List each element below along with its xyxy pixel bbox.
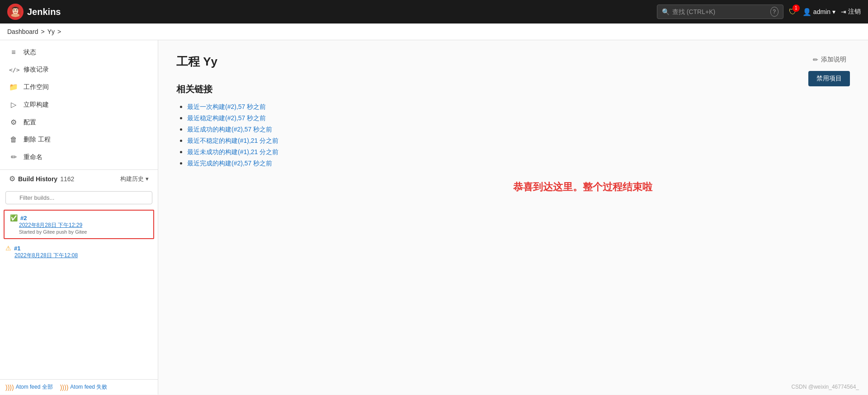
user-icon: 👤 (802, 8, 811, 16)
build-history-title-wrap: ⚙ Build History 1162 (9, 174, 117, 183)
layout: ≡ 状态 </> 修改记录 📁 工作空间 ▷ 立即构建 ⚙ 配置 🗑 删除 工程 (0, 40, 868, 395)
search-icon: 🔍 (662, 8, 670, 15)
build-number-1: #1 (14, 245, 20, 252)
sidebar-item-label-changes: 修改记录 (24, 66, 49, 74)
list-item-1: 最近稳定构建(#2),57 秒之前 (187, 114, 850, 122)
list-item-2: 最近成功的构建(#2),57 秒之前 (187, 125, 850, 134)
sidebar-item-delete[interactable]: 🗑 删除 工程 (0, 131, 158, 148)
link-2[interactable]: 最近成功的构建(#2),57 秒之前 (187, 126, 272, 133)
sidebar-item-label-configure: 配置 (24, 118, 36, 127)
breadcrumb-dashboard[interactable]: Dashboard (7, 28, 38, 35)
jenkins-logo[interactable]: Jenkins (7, 4, 61, 20)
disable-project-label: 禁用项目 (816, 75, 842, 82)
sidebar-item-configure[interactable]: ⚙ 配置 (0, 113, 158, 131)
breadcrumb: Dashboard > Yy > (0, 24, 868, 40)
related-links-title: 相关链接 (176, 83, 850, 95)
link-0[interactable]: 最近一次构建(#2),57 秒之前 (187, 103, 266, 110)
svg-point-4 (16, 9, 17, 10)
csdn-watermark: CSDN @weixin_46774564_ (791, 384, 859, 390)
related-links-list: 最近一次构建(#2),57 秒之前 最近稳定构建(#2),57 秒之前 最近成功… (176, 103, 850, 168)
build-item-1-header: ⚠ #1 (5, 245, 152, 252)
sidebar: ≡ 状态 </> 修改记录 📁 工作空间 ▷ 立即构建 ⚙ 配置 🗑 删除 工程 (0, 40, 158, 395)
build-date-1[interactable]: 2022年8月28日 下午12:08 (5, 252, 152, 259)
logout-button[interactable]: ⇥ 注销 (841, 8, 861, 16)
filter-wrap: 🔍 (0, 188, 158, 208)
logout-label: 注销 (848, 8, 861, 16)
disable-project-button[interactable]: 禁用项目 (808, 71, 850, 86)
logo-icon (7, 4, 24, 20)
link-1[interactable]: 最近稳定构建(#2),57 秒之前 (187, 114, 266, 122)
trash-icon: 🗑 (9, 136, 18, 144)
build-history-header: ⚙ Build History 1162 构建历史 ▾ (0, 169, 158, 188)
atom-feed-all-label: Atom feed 全部 (16, 383, 53, 391)
user-chevron-icon: ▾ (832, 8, 835, 15)
sidebar-item-label-delete: 删除 工程 (24, 136, 51, 144)
build-success-icon-2: ✅ (10, 214, 18, 221)
link-4[interactable]: 最近未成功的构建(#1),21 分之前 (187, 148, 278, 155)
build-item-2[interactable]: ✅ #2 2022年8月28日 下午12:29 Started by Gitee… (4, 210, 154, 239)
build-history-count: 1162 (60, 175, 74, 183)
sidebar-item-rename[interactable]: ✏ 重命名 (0, 148, 158, 166)
sidebar-nav: ≡ 状态 </> 修改记录 📁 工作空间 ▷ 立即构建 ⚙ 配置 🗑 删除 工程 (0, 40, 158, 169)
atom-feed-failures[interactable]: )))) Atom feed 失败 (60, 383, 108, 391)
status-icon: ≡ (9, 48, 18, 56)
build-item-1[interactable]: ⚠ #1 2022年8月28日 下午12:08 (0, 241, 158, 263)
build-warning-icon-1: ⚠ (5, 245, 11, 252)
svg-point-5 (11, 14, 20, 17)
list-item-3: 最近不稳定的构建(#1),21 分之前 (187, 136, 850, 145)
breadcrumb-project[interactable]: Yy (47, 28, 55, 35)
link-5[interactable]: 最近完成的构建(#2),57 秒之前 (187, 160, 272, 167)
sidebar-item-label-status: 状态 (24, 48, 36, 56)
header-actions: 🛡 1 👤 admin ▾ ⇥ 注销 (789, 7, 861, 17)
list-item-0: 最近一次构建(#2),57 秒之前 (187, 103, 850, 111)
build-number-2: #2 (20, 215, 27, 221)
filter-builds-input[interactable] (5, 191, 152, 204)
sidebar-item-label-rename: 重命名 (24, 153, 42, 161)
search-input[interactable] (672, 8, 768, 15)
filter-input-wrap: 🔍 (5, 191, 152, 204)
build-history-label: Build History (18, 175, 57, 183)
congrats-text: 恭喜到达这里。整个过程结束啦 (513, 180, 652, 194)
atom-icon-failures: )))) (60, 384, 69, 391)
build-history-gear-icon: ⚙ (9, 174, 15, 183)
link-3[interactable]: 最近不稳定的构建(#1),21 分之前 (187, 137, 278, 144)
add-description-button[interactable]: ✏ 添加说明 (809, 54, 850, 66)
play-icon: ▷ (9, 100, 18, 109)
sidebar-item-status[interactable]: ≡ 状态 (0, 44, 158, 61)
gear-icon: ⚙ (9, 118, 18, 127)
chevron-down-icon: ▾ (146, 175, 149, 182)
code-icon: </> (9, 66, 18, 73)
jenkins-title: Jenkins (27, 7, 61, 17)
notification-bell[interactable]: 🛡 1 (789, 7, 797, 17)
user-menu[interactable]: 👤 admin ▾ (802, 8, 835, 16)
pencil-icon: ✏ (9, 153, 18, 161)
atom-feed-all[interactable]: )))) Atom feed 全部 (5, 383, 53, 391)
folder-icon: 📁 (9, 83, 18, 91)
page-title: 工程 Yy (176, 54, 850, 70)
breadcrumb-sep1: > (41, 28, 45, 35)
build-item-2-header: ✅ #2 (10, 214, 148, 221)
build-date-2[interactable]: 2022年8月28日 下午12:29 (10, 221, 148, 229)
sidebar-item-changes[interactable]: </> 修改记录 (0, 61, 158, 78)
build-history-right[interactable]: 构建历史 ▾ (120, 175, 149, 183)
sidebar-item-workspace[interactable]: 📁 工作空间 (0, 78, 158, 96)
search-bar[interactable]: 🔍 ? (657, 5, 783, 19)
atom-feed-failures-label: Atom feed 失败 (70, 383, 107, 391)
svg-point-3 (14, 9, 14, 10)
help-icon[interactable]: ? (770, 7, 778, 17)
logout-icon: ⇥ (841, 8, 846, 15)
atom-icon-all: )))) (5, 384, 14, 391)
add-description-label: 添加说明 (821, 56, 846, 64)
atom-feeds: )))) Atom feed 全部 )))) Atom feed 失败 (0, 379, 158, 395)
header: Jenkins 🔍 ? 🛡 1 👤 admin ▾ ⇥ 注销 (0, 0, 868, 24)
sidebar-item-build-now[interactable]: ▷ 立即构建 (0, 96, 158, 113)
sidebar-item-label-workspace: 工作空间 (24, 83, 49, 91)
list-item-4: 最近未成功的构建(#1),21 分之前 (187, 148, 850, 156)
right-actions: ✏ 添加说明 禁用项目 (808, 54, 850, 86)
sidebar-item-label-build: 立即构建 (24, 101, 49, 109)
list-item-5: 最近完成的构建(#2),57 秒之前 (187, 159, 850, 168)
main-content: ✏ 添加说明 禁用项目 工程 Yy 相关链接 最近一次构建(#2),57 秒之前… (158, 40, 868, 395)
build-started-by-2: Started by Gitee push by Gitee (10, 229, 148, 235)
build-history-history-label: 构建历史 (120, 175, 144, 183)
user-label: admin (813, 8, 830, 15)
